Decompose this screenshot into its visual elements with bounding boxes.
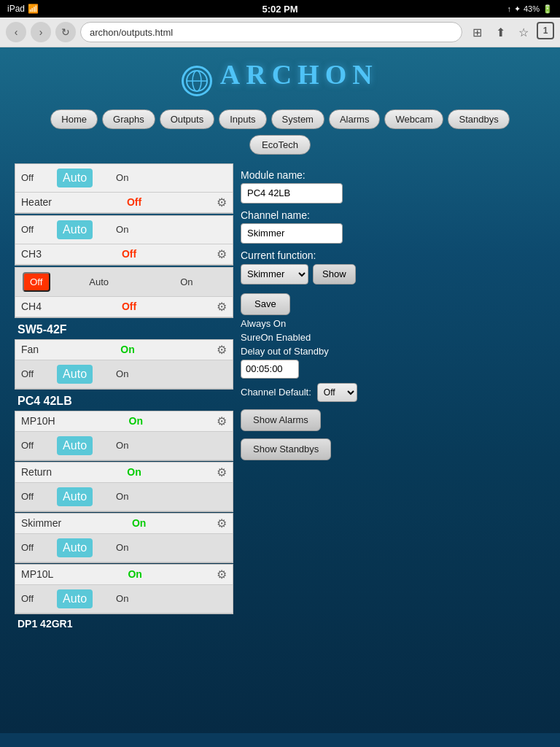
ch4-off-btn[interactable]: Off bbox=[23, 272, 50, 292]
reload-button[interactable]: ↻ bbox=[55, 22, 76, 42]
module-name-label: Module name: bbox=[241, 169, 545, 181]
nav-graphs[interactable]: Graphs bbox=[102, 109, 155, 129]
group-sw5-label: SW5-42F bbox=[15, 319, 233, 339]
show-standbys-button[interactable]: Show Standbys bbox=[241, 438, 331, 460]
nav-outputs[interactable]: Outputs bbox=[160, 109, 215, 129]
return-ctrl-row: Off Auto On bbox=[15, 483, 233, 511]
mp10h-label: MP10H bbox=[21, 415, 55, 427]
ch4-gear-icon[interactable]: ⚙ bbox=[217, 300, 227, 314]
back-button[interactable]: ‹ bbox=[6, 22, 26, 42]
skimmer-auto-btn[interactable]: Auto bbox=[57, 538, 93, 557]
channel-block-ch4: Off Auto On CH4 Off ⚙ bbox=[15, 267, 233, 318]
mp10l-gear-icon[interactable]: ⚙ bbox=[217, 568, 227, 581]
mp10l-ctrl-row: Off Auto On bbox=[15, 585, 233, 614]
tab-count[interactable]: 1 bbox=[537, 22, 554, 39]
share-button[interactable]: ⬆ bbox=[490, 22, 510, 42]
nav-inputs[interactable]: Inputs bbox=[219, 109, 266, 129]
skimmer-gear-icon[interactable]: ⚙ bbox=[217, 516, 227, 530]
mp10h-auto-btn[interactable]: Auto bbox=[57, 436, 93, 455]
mp10h-ctrl-row: Off Auto On bbox=[15, 432, 233, 460]
bookmark-button[interactable]: ☆ bbox=[513, 22, 534, 42]
delay-input[interactable] bbox=[241, 360, 299, 379]
channel-block-skimmer: Skimmer On ⚙ Off Auto On bbox=[15, 513, 233, 563]
return-status: On bbox=[127, 466, 141, 478]
ch3-on-static: On bbox=[116, 220, 128, 239]
nav-home[interactable]: Home bbox=[50, 109, 98, 129]
skimmer-ctrl-row: Off Auto On bbox=[15, 534, 233, 562]
ch3-auto-btn[interactable]: Auto bbox=[57, 220, 93, 239]
battery-icon: 🔋 bbox=[542, 4, 553, 14]
ch3-label-row: CH3 Off ⚙ bbox=[15, 244, 233, 265]
ch4-status: Off bbox=[122, 301, 136, 312]
device-panel: Off Auto On Heater Off ⚙ Off Auto bbox=[15, 163, 233, 630]
group-pc4-label: PC4 42LB bbox=[15, 390, 233, 411]
skimmer-on-static: On bbox=[116, 538, 128, 557]
fan-auto-btn[interactable]: Auto bbox=[57, 365, 93, 384]
page-background: ARCHON Home Graphs Outputs Inputs System… bbox=[0, 47, 560, 733]
forward-button[interactable]: › bbox=[31, 22, 51, 42]
battery-label: 43% bbox=[524, 4, 540, 13]
nav-ecotech[interactable]: EcoTech bbox=[249, 135, 311, 155]
channel-name-label: Channel name: bbox=[241, 209, 545, 221]
nav-bar: Home Graphs Outputs Inputs System Alarms… bbox=[0, 104, 560, 135]
heater-label: Heater bbox=[21, 196, 52, 208]
arrow-icon: ↑ bbox=[507, 4, 511, 13]
mp10l-on-static: On bbox=[116, 589, 128, 608]
channel-block-heater: Off Auto On Heater Off ⚙ bbox=[15, 163, 233, 214]
wifi-icon: 📶 bbox=[28, 4, 39, 14]
heater-on-static: On bbox=[116, 168, 128, 187]
return-label: Return bbox=[21, 466, 52, 478]
bluetooth-icon: ✦ bbox=[514, 4, 521, 14]
browser-actions: ⊞ ⬆ ☆ 1 bbox=[467, 22, 554, 42]
channel-name-input[interactable] bbox=[241, 223, 343, 244]
default-label: Channel Default: bbox=[241, 387, 311, 398]
nav-alarms[interactable]: Alarms bbox=[329, 109, 380, 129]
mp10h-gear-icon[interactable]: ⚙ bbox=[217, 414, 227, 428]
mp10h-status: On bbox=[129, 415, 143, 427]
logo-icon bbox=[182, 66, 212, 96]
show-function-button[interactable]: Show bbox=[313, 264, 356, 285]
right-panel: Module name: Channel name: Current funct… bbox=[241, 163, 545, 630]
browser-chrome: ‹ › ↻ ⊞ ⬆ ☆ 1 bbox=[0, 18, 560, 47]
mp10l-off-static: Off bbox=[21, 589, 34, 608]
url-bar[interactable] bbox=[80, 22, 462, 42]
save-button[interactable]: Save bbox=[241, 293, 290, 315]
status-right: ↑ ✦ 43% 🔋 bbox=[507, 4, 553, 14]
fan-ctrl-row: Off Auto On bbox=[15, 360, 233, 389]
function-label: Current function: bbox=[241, 249, 545, 261]
status-time: 5:02 PM bbox=[262, 4, 298, 15]
skimmer-off-static: Off bbox=[21, 538, 34, 557]
ch4-ctrl-row: Off Auto On bbox=[15, 268, 233, 297]
partial-group-label: DP1 42GR1 bbox=[15, 615, 233, 630]
fan-label: Fan bbox=[21, 344, 39, 355]
nav-standbys[interactable]: Standbys bbox=[448, 109, 509, 129]
mp10l-auto-btn[interactable]: Auto bbox=[57, 589, 93, 608]
nav-webcam[interactable]: Webcam bbox=[384, 109, 443, 129]
ch3-gear-icon[interactable]: ⚙ bbox=[217, 247, 227, 261]
fan-off-static: Off bbox=[21, 364, 34, 384]
heater-name-row: Off Auto On bbox=[15, 164, 233, 193]
module-name-input[interactable] bbox=[241, 183, 343, 204]
return-label-row: Return On ⚙ bbox=[15, 462, 233, 483]
return-auto-btn[interactable]: Auto bbox=[57, 487, 93, 506]
heater-auto-btn[interactable]: Auto bbox=[57, 169, 93, 187]
return-gear-icon[interactable]: ⚙ bbox=[217, 465, 227, 479]
mp10h-on-static: On bbox=[116, 436, 128, 455]
delay-label: Delay out of Standby bbox=[241, 346, 545, 357]
logo-area: ARCHON bbox=[0, 47, 560, 104]
fan-on-static: On bbox=[116, 364, 128, 384]
default-select[interactable]: Off On Auto bbox=[317, 383, 357, 402]
function-select[interactable]: Skimmer Always On Return Fan Heater Ligh… bbox=[241, 264, 308, 285]
ch4-auto-static: Auto bbox=[59, 272, 139, 292]
ch4-label-row: CH4 Off ⚙ bbox=[15, 297, 233, 317]
nav-system[interactable]: System bbox=[271, 109, 324, 129]
mp10h-label-row: MP10H On ⚙ bbox=[15, 411, 233, 432]
heater-label-row: Heater Off ⚙ bbox=[15, 193, 233, 213]
show-alarms-button[interactable]: Show Alarms bbox=[241, 409, 321, 431]
heater-gear-icon[interactable]: ⚙ bbox=[217, 196, 227, 209]
default-row: Channel Default: Off On Auto bbox=[241, 383, 545, 402]
logo-text: ARCHON bbox=[220, 59, 378, 90]
fan-gear-icon[interactable]: ⚙ bbox=[217, 343, 227, 357]
tab-view-button[interactable]: ⊞ bbox=[467, 22, 487, 42]
fan-status: On bbox=[120, 344, 134, 355]
